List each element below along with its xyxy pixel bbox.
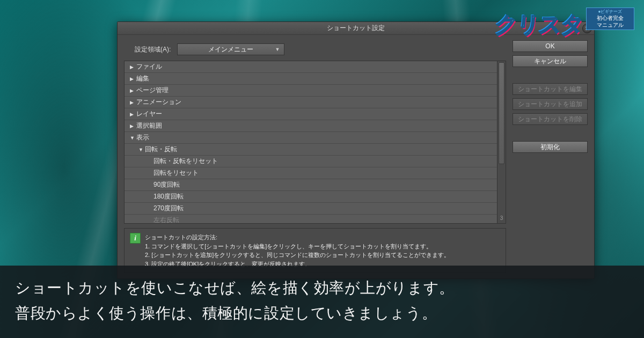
chevron-right-icon[interactable]: ▶ (130, 100, 135, 105)
tree-item-label: 180度回転 (153, 192, 184, 201)
tree-item-label: ファイル (136, 62, 162, 71)
dropdown-value: メインメニュー (208, 45, 253, 54)
cancel-button[interactable]: キャンセル (513, 55, 588, 67)
tree-item-label: ページ管理 (136, 86, 169, 95)
scrollbar-thumb[interactable] (499, 62, 504, 164)
info-line: 2. [ショートカットを追加]をクリックすると、同じコマンドに複数のショートカッ… (145, 251, 450, 260)
chevron-right-icon[interactable]: ▶ (130, 64, 135, 70)
caption-line1: ショートカットを使いこなせば、絵を描く効率が上がります。 (15, 275, 629, 301)
tree-item[interactable]: 90度回転 (125, 179, 497, 191)
chevron-down-icon[interactable]: ▼ (130, 135, 135, 141)
area-dropdown[interactable]: メインメニュー (177, 43, 284, 55)
tree-item[interactable]: ▼表示 (125, 132, 497, 144)
tree-item[interactable]: 回転をリセット (125, 167, 497, 179)
tree-item[interactable]: 180度回転 (125, 191, 497, 203)
tree-item-label: 回転をリセット (153, 168, 199, 178)
info-text: ショートカットの設定方法: 1. コマンドを選択して[ショートカットを編集]をク… (145, 233, 450, 268)
area-label: 設定領域(A): (135, 45, 171, 54)
chevron-down-icon[interactable]: ▼ (138, 147, 144, 152)
tree-item[interactable]: ▶アニメーション (125, 97, 497, 108)
tree-item[interactable]: ▶選択範囲 (125, 120, 497, 132)
shortcut-settings-dialog: ショートカット設定 ✕ 設定領域(A): メインメニュー ▶ファイル▶編集▶ペー… (117, 21, 595, 279)
chevron-right-icon[interactable]: ▶ (130, 76, 135, 82)
logo-tag: ●ビギナーズ 初心者完全 マニュアル (586, 8, 634, 30)
command-tree: ▶ファイル▶編集▶ページ管理▶アニメーション▶レイヤー▶選択範囲▼表示▼回転・反… (124, 61, 506, 224)
logo-tag-line2: マニュアル (597, 22, 624, 28)
tree-item[interactable]: ▶編集 (125, 73, 497, 85)
tree-item-label: 回転・反転 (145, 145, 177, 154)
tree-item-label: 回転・反転をリセット (153, 157, 218, 166)
tree-item-label: 表示 (136, 133, 149, 142)
tree-item-label: 90度回転 (153, 180, 180, 189)
tree-item-label: アニメーション (136, 98, 181, 107)
dialog-title: ショートカット設定 (327, 24, 385, 33)
initialize-button[interactable]: 初期化 (513, 141, 588, 153)
tree-item-label: 左右反転 (153, 216, 179, 223)
tree-item[interactable]: ▶ファイル (125, 61, 497, 73)
settings-area-row: 設定領域(A): メインメニュー (124, 40, 506, 61)
tree-item-label: レイヤー (136, 109, 162, 119)
logo-tag-small: ●ビギナーズ (589, 9, 632, 14)
tree-item[interactable]: 左右反転 (125, 215, 497, 223)
tree-item[interactable]: 回転・反転をリセット (125, 156, 497, 167)
logo-text: クリスタ (493, 10, 584, 40)
info-line: 1. コマンドを選択して[ショートカットを編集]をクリックし、キーを押してショー… (145, 242, 450, 251)
logo-badge: クリスタ ●ビギナーズ 初心者完全 マニュアル (495, 8, 634, 41)
tree-item-label: 270度回転 (153, 204, 184, 213)
tree-item[interactable]: ▶レイヤー (125, 108, 497, 120)
chevron-right-icon[interactable]: ▶ (130, 88, 135, 93)
chevron-right-icon[interactable]: ▶ (130, 112, 135, 117)
delete-shortcut-button[interactable]: ショートカットを削除 (513, 113, 588, 125)
tree-scrollbar[interactable]: 3 (497, 61, 506, 223)
add-shortcut-button[interactable]: ショートカットを追加 (513, 98, 588, 110)
tree-item[interactable]: ▶ページ管理 (125, 85, 497, 97)
ok-button[interactable]: OK (513, 40, 588, 52)
caption-overlay: ショートカットを使いこなせば、絵を描く効率が上がります。 普段からよく使う操作は… (0, 266, 644, 338)
info-icon: i (130, 233, 141, 244)
tree-item-label: 編集 (136, 74, 149, 83)
dialog-body: 設定領域(A): メインメニュー ▶ファイル▶編集▶ページ管理▶アニメーション▶… (118, 35, 594, 278)
right-panel: OK キャンセル ショートカットを編集 ショートカットを追加 ショートカットを削… (506, 40, 588, 273)
edit-shortcut-button[interactable]: ショートカットを編集 (513, 83, 588, 95)
chevron-right-icon[interactable]: ▶ (130, 123, 135, 129)
left-panel: 設定領域(A): メインメニュー ▶ファイル▶編集▶ページ管理▶アニメーション▶… (124, 40, 506, 273)
info-title: ショートカットの設定方法: (145, 233, 450, 242)
tree-scroll[interactable]: ▶ファイル▶編集▶ページ管理▶アニメーション▶レイヤー▶選択範囲▼表示▼回転・反… (125, 61, 497, 223)
logo-tag-line1: 初心者完全 (597, 15, 624, 21)
tree-item[interactable]: 270度回転 (125, 203, 497, 215)
tree-item-label: 選択範囲 (136, 121, 162, 130)
scrollbar-page-indicator: 3 (500, 215, 503, 221)
tree-item[interactable]: ▼回転・反転 (125, 144, 497, 156)
caption-line2: 普段からよく使う操作は、積極的に設定していきましょう。 (15, 300, 629, 326)
